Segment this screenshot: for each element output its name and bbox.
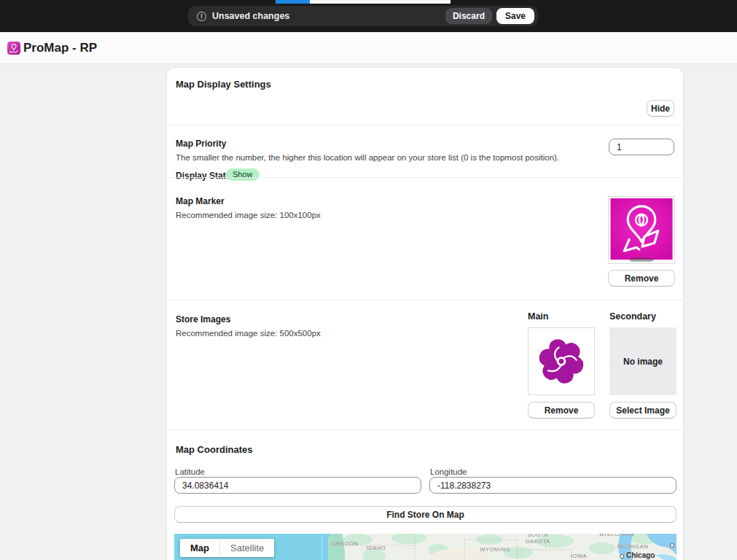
map-display-settings-card: Map Display Settings Display Status Show… (166, 67, 684, 560)
promap-logo-icon (7, 42, 20, 55)
state-label-wisconsin: WISCONSIN (599, 534, 635, 537)
progress-bar-track (310, 0, 451, 4)
card-title: Map Display Settings (176, 79, 271, 90)
secondary-no-image-box: No image (609, 327, 676, 395)
map-coordinates-label: Map Coordinates (176, 444, 252, 455)
page-title: ProMap - RP (23, 41, 97, 55)
secondary-image-header: Secondary (609, 311, 656, 322)
divider (167, 300, 683, 300)
longitude-label: Longitude (430, 467, 467, 476)
marker-remove-button[interactable]: Remove (608, 270, 675, 287)
longitude-input[interactable] (429, 477, 676, 494)
divider (167, 429, 683, 430)
store-images-help: Recommended image size: 500x500px (176, 329, 321, 338)
discard-button[interactable]: Discard (445, 8, 492, 24)
app-header: ProMap - RP (0, 32, 737, 64)
divider (167, 125, 683, 125)
loading-progress-bar (276, 0, 451, 4)
map-marker-pin-icon (610, 198, 673, 262)
map-priority-label: Map Priority (176, 139, 226, 149)
chicago-marker-icon (620, 554, 624, 559)
map-marker-image (608, 196, 675, 264)
state-label-dakota: DAKOTA (526, 538, 550, 545)
progress-bar-fill (276, 0, 310, 4)
main-remove-button[interactable]: Remove (528, 402, 595, 419)
main-image-header: Main (528, 311, 548, 322)
map-preview[interactable]: OREGON IDAHO WYOMING SOUTH DAKOTA WISCON… (174, 534, 676, 560)
map-priority-help: The smaller the number, the higher this … (176, 153, 559, 162)
toronto-marker-icon (670, 543, 674, 548)
map-marker-label: Map Marker (176, 196, 225, 206)
save-button[interactable]: Save (496, 8, 534, 24)
status-badge: Show (226, 168, 260, 181)
latitude-input[interactable] (174, 477, 421, 494)
state-label-michigan: MICHIGAN (617, 543, 648, 550)
main-store-image (528, 327, 595, 395)
state-label-idaho: IDAHO (367, 545, 386, 551)
hide-button[interactable]: Hide (647, 100, 674, 117)
unsaved-changes-label: Unsaved changes (212, 11, 289, 21)
map-priority-input[interactable] (609, 139, 674, 155)
latitude-label: Latitude (175, 467, 205, 476)
flower-logo-icon (529, 328, 594, 394)
store-images-label: Store Images (176, 314, 230, 324)
map-tab[interactable]: Map (180, 539, 220, 557)
state-label-iowa: IOWA (571, 553, 587, 559)
find-store-on-map-button[interactable]: Find Store On Map (174, 506, 676, 523)
secondary-select-image-button[interactable]: Select Image (609, 402, 676, 419)
divider (167, 177, 683, 178)
state-label-oregon: OREGON (332, 540, 359, 547)
map-type-control: Map Satellite (180, 539, 274, 557)
alert-circle-icon: ! (197, 12, 206, 21)
admin-top-bar: ! Unsaved changes Discard Save (0, 0, 737, 32)
no-image-label: No image (623, 357, 663, 367)
map-marker-help: Recommended image size: 100x100px (176, 211, 321, 219)
unsaved-changes-bar: ! Unsaved changes Discard Save (188, 6, 538, 26)
satellite-tab[interactable]: Satellite (220, 539, 274, 557)
state-label-wyoming: WYOMING (480, 546, 510, 553)
city-label-chicago: Chicago (626, 551, 655, 559)
